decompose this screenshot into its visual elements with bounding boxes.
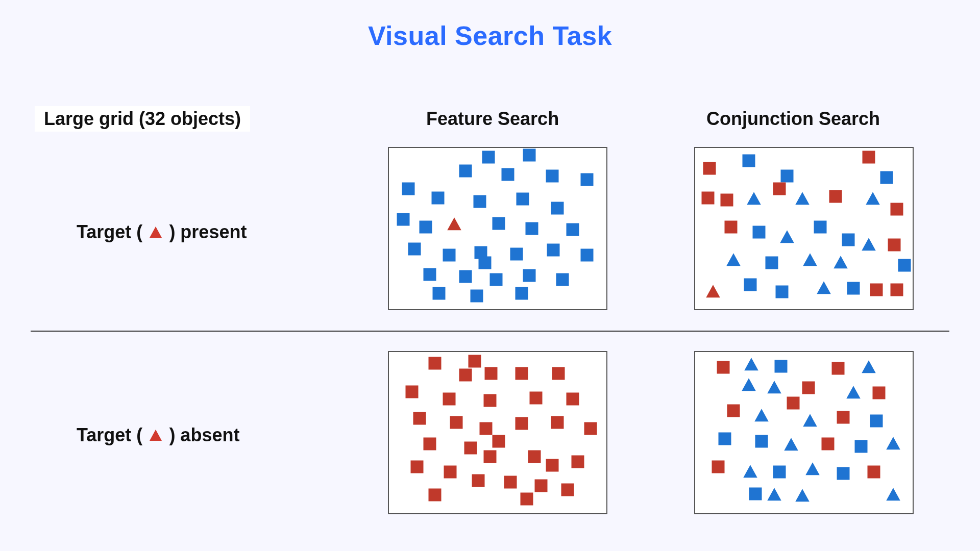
target-triangle-icon xyxy=(149,429,163,442)
distractor-blue-square xyxy=(517,193,529,206)
distractor-red-square xyxy=(444,466,457,479)
distractor-red-square xyxy=(424,438,436,450)
distractor-red-square xyxy=(535,480,548,492)
distractor-red-square xyxy=(484,394,497,407)
distractor-blue-square xyxy=(526,222,538,235)
distractor-blue-square xyxy=(510,248,523,261)
distractor-blue-square xyxy=(567,223,579,236)
distractor-red-square xyxy=(572,456,584,468)
distractor-red-square xyxy=(528,450,541,463)
distractor-blue-square xyxy=(870,415,883,428)
distractor-red-square xyxy=(891,284,903,296)
panel-feature-absent-svg xyxy=(389,352,606,513)
distractor-blue-triangle xyxy=(795,192,810,205)
distractor-blue-square xyxy=(471,290,483,303)
distractor-blue-triangle xyxy=(866,192,880,205)
distractor-red-square xyxy=(443,393,456,406)
row-absent-post: ) absent xyxy=(169,424,239,445)
distractor-red-square xyxy=(832,362,845,375)
distractor-blue-square xyxy=(547,244,560,257)
distractor-blue-square xyxy=(432,192,445,205)
distractor-blue-triangle xyxy=(795,489,810,502)
distractor-red-square xyxy=(530,392,543,405)
distractor-red-square xyxy=(725,221,738,234)
distractor-blue-triangle xyxy=(742,378,756,391)
page-title: Visual Search Task xyxy=(0,20,980,51)
distractor-blue-triangle xyxy=(817,281,831,294)
distractor-blue-square xyxy=(753,226,766,239)
distractor-blue-square xyxy=(459,165,472,178)
panel-feature-present xyxy=(388,147,607,310)
distractor-red-square xyxy=(516,417,528,430)
distractor-blue-square xyxy=(490,273,503,286)
diagram-stage: Visual Search Task Large grid (32 object… xyxy=(0,0,980,551)
distractor-red-square xyxy=(727,405,740,417)
distractor-blue-square xyxy=(479,257,492,269)
distractor-blue-square xyxy=(433,287,446,300)
distractor-red-square xyxy=(829,190,842,203)
distractor-blue-triangle xyxy=(767,488,781,500)
distractor-red-square xyxy=(429,489,442,502)
distractor-blue-triangle xyxy=(803,414,817,427)
distractor-blue-square xyxy=(408,243,421,256)
distractor-blue-square xyxy=(551,202,564,215)
distractor-red-square xyxy=(551,416,564,429)
distractor-blue-square xyxy=(842,234,855,246)
distractor-red-square xyxy=(822,438,835,450)
distractor-blue-square xyxy=(898,259,911,272)
distractor-red-square xyxy=(787,397,800,410)
distractor-blue-triangle xyxy=(886,437,900,449)
distractor-red-square xyxy=(717,361,730,374)
distractor-blue-triangle xyxy=(846,386,861,398)
distractor-blue-triangle xyxy=(780,230,794,243)
grid-size-label: Large grid (32 objects) xyxy=(35,106,250,132)
distractor-red-square xyxy=(888,239,901,252)
distractor-blue-triangle xyxy=(744,358,758,370)
distractor-red-square xyxy=(546,459,559,472)
panel-feature-absent xyxy=(388,351,607,514)
distractor-blue-square xyxy=(556,273,569,286)
distractor-red-square xyxy=(459,369,472,382)
distractor-blue-triangle xyxy=(743,465,757,478)
distractor-blue-square xyxy=(516,287,528,300)
distractor-blue-triangle xyxy=(805,462,820,475)
distractor-blue-triangle xyxy=(862,360,876,373)
row-divider xyxy=(31,331,949,332)
distractor-red-square xyxy=(873,387,886,399)
distractor-blue-square xyxy=(443,249,456,262)
row-present-pre: Target ( xyxy=(77,221,142,242)
panel-feature-present-svg xyxy=(389,148,606,309)
distractor-blue-square xyxy=(773,466,786,479)
distractor-blue-square xyxy=(744,279,757,291)
distractor-blue-triangle xyxy=(803,253,817,266)
distractor-blue-square xyxy=(493,217,505,230)
svg-marker-1 xyxy=(150,430,162,441)
distractor-blue-square xyxy=(719,433,731,445)
distractor-red-square xyxy=(802,382,815,394)
distractor-red-square xyxy=(837,411,850,424)
distractor-blue-square xyxy=(523,149,536,162)
distractor-red-square xyxy=(429,357,442,370)
panel-conjunction-absent xyxy=(694,351,914,514)
distractor-red-square xyxy=(464,442,477,455)
svg-marker-0 xyxy=(150,227,162,238)
distractor-blue-square xyxy=(743,155,755,167)
distractor-red-square xyxy=(450,416,463,429)
panel-conjunction-absent-svg xyxy=(695,352,913,513)
distractor-blue-square xyxy=(402,183,415,195)
distractor-red-square xyxy=(567,393,579,406)
distractor-blue-square xyxy=(814,221,827,234)
row-absent-pre: Target ( xyxy=(77,424,142,445)
distractor-red-square xyxy=(472,474,485,487)
distractor-blue-square xyxy=(755,435,768,448)
distractor-red-square xyxy=(516,367,528,380)
distractor-blue-square xyxy=(880,171,893,184)
distractor-blue-square xyxy=(523,269,536,282)
target-shape xyxy=(447,217,461,230)
distractor-blue-square xyxy=(397,213,410,226)
panel-conjunction-present-svg xyxy=(695,148,913,309)
row-absent-label: Target ( ) absent xyxy=(77,423,239,446)
distractor-blue-square xyxy=(766,257,778,269)
distractor-red-square xyxy=(485,367,498,380)
row-present-label: Target ( ) present xyxy=(77,220,247,243)
